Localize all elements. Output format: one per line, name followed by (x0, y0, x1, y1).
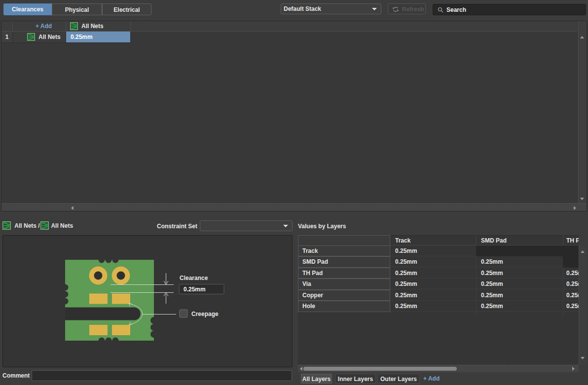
svg-text:Creepage: Creepage (191, 311, 219, 317)
svg-text:0.25mm: 0.25mm (184, 286, 206, 293)
svg-text:Clearance: Clearance (180, 275, 208, 281)
